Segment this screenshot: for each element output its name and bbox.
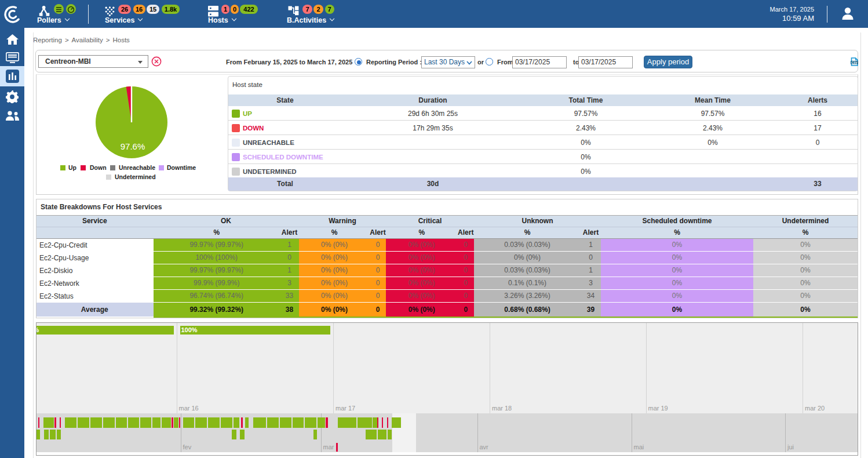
svg-text:CSV: CSV — [851, 61, 858, 64]
